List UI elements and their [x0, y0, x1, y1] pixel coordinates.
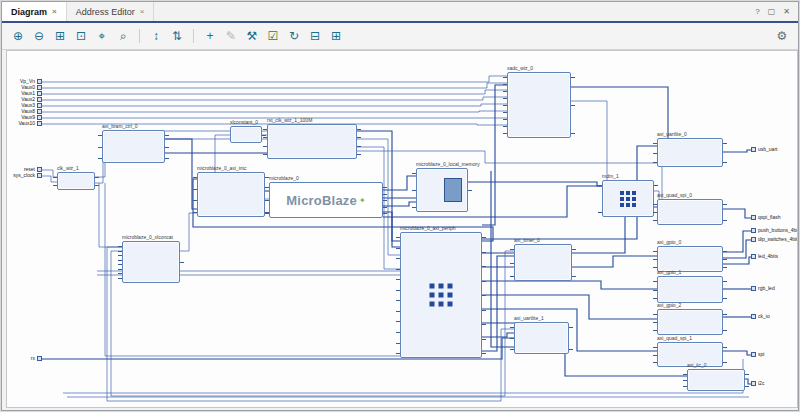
block-microblaze_0[interactable]: microblaze_0MicroBlaze✦ — [269, 182, 383, 218]
port-push_buttons_4bits[interactable]: push_buttons_4bits — [751, 227, 798, 233]
port-Vaux10[interactable]: Vaux10 — [7, 120, 42, 126]
wire[interactable] — [723, 240, 752, 258]
port-i2c[interactable]: i2c — [751, 380, 764, 386]
wire[interactable] — [482, 295, 657, 319]
block-body[interactable] — [687, 369, 745, 391]
zoom-out-icon[interactable]: ⊖ — [30, 27, 48, 45]
port-rgb_led[interactable]: rgb_led — [751, 285, 775, 291]
port-usb_uart[interactable]: usb_uart — [751, 146, 777, 152]
port-sys_clock[interactable]: sys_clock — [7, 172, 42, 178]
block-body[interactable] — [122, 241, 180, 283]
close-icon[interactable]: × — [140, 8, 145, 16]
block-axi_bram_ctrl_0[interactable]: axi_bram_ctrl_0 — [102, 130, 165, 163]
zoom-in-icon[interactable]: ⊕ — [9, 27, 27, 45]
wire[interactable] — [571, 101, 607, 180]
expand-collapse-icon[interactable]: ⇅ — [168, 27, 186, 45]
wire[interactable] — [723, 351, 752, 355]
block-body[interactable] — [400, 232, 482, 358]
block-pin — [510, 263, 514, 264]
block-body[interactable] — [657, 276, 723, 303]
port-ck_io[interactable]: ck_io — [751, 313, 770, 319]
help-icon[interactable]: ? — [755, 7, 759, 16]
close-icon[interactable]: × — [52, 8, 57, 16]
customize-block-icon[interactable]: ⚒ — [243, 27, 261, 45]
block-microblaze_0_local_memory[interactable]: microblaze_0_local_memory — [416, 168, 468, 212]
block-xadc_wiz_0[interactable]: xadc_wiz_0 — [507, 72, 571, 138]
diagram-canvas[interactable]: xadc_wiz_0xlconstant_0rst_clk_wiz_1_100M… — [6, 50, 798, 408]
block-body[interactable] — [602, 180, 654, 217]
block-mdm_1[interactable]: mdm_1 — [602, 180, 654, 217]
block-body[interactable] — [507, 72, 571, 138]
block-body[interactable]: MicroBlaze✦ — [269, 182, 383, 218]
wire[interactable] — [468, 182, 602, 186]
close-window-icon[interactable]: ✕ — [783, 7, 790, 16]
block-body[interactable] — [657, 199, 723, 225]
block-body[interactable] — [416, 168, 468, 212]
block-microblaze_0_axi_periph[interactable]: microblaze_0_axi_periph — [400, 232, 482, 358]
block-axi_uartlite_1[interactable]: axi_uartlite_1 — [514, 322, 569, 354]
port-qspi_flash[interactable]: qspi_flash — [751, 214, 781, 220]
block-rst_clk_wiz_1_100M[interactable]: rst_clk_wiz_1_100M — [267, 124, 357, 159]
block-microblaze_0_axi_intc[interactable]: microblaze_0_axi_intc — [197, 172, 265, 217]
block-axi_gpio_1[interactable]: axi_gpio_1 — [657, 276, 723, 303]
block-clk_wiz_1[interactable]: clk_wiz_1 — [57, 172, 95, 190]
block-pin — [653, 204, 657, 205]
zoom-to-selection-icon[interactable]: ⊡ — [72, 27, 90, 45]
block-pin — [193, 212, 197, 213]
port-led_4bits[interactable]: led_4bits — [751, 253, 778, 259]
block-body[interactable] — [102, 130, 165, 163]
wire[interactable] — [42, 90, 507, 94]
block-axi_quad_spi_0[interactable]: axi_quad_spi_0 — [657, 199, 723, 225]
zoom-fit-icon[interactable]: ⊞ — [51, 27, 69, 45]
center-view-icon[interactable]: ⌖ — [93, 27, 111, 45]
block-body[interactable] — [57, 172, 95, 190]
wire[interactable] — [180, 213, 197, 251]
wire[interactable] — [482, 333, 514, 337]
wire[interactable] — [723, 209, 752, 218]
float-window-icon[interactable]: ▢ — [768, 7, 776, 16]
block-xlconstant_0[interactable]: xlconstant_0 — [230, 126, 262, 143]
tab-diagram[interactable]: Diagram × — [2, 2, 67, 21]
port-rx[interactable]: rx — [7, 355, 42, 361]
wire[interactable] — [723, 150, 752, 152]
autofit-levels-icon[interactable]: ↕ — [147, 27, 165, 45]
wire[interactable] — [42, 111, 507, 112]
tab-address-editor[interactable]: Address Editor × — [67, 2, 155, 21]
wire[interactable] — [482, 309, 657, 351]
block-label: axi_uartlite_1 — [514, 315, 544, 321]
wire[interactable] — [99, 183, 122, 247]
block-body[interactable] — [657, 138, 723, 167]
wire[interactable] — [165, 139, 197, 209]
block-axi_uartlite_0[interactable]: axi_uartlite_0 — [657, 138, 723, 167]
block-body[interactable] — [267, 124, 357, 159]
block-axi_iic_0[interactable]: axi_iic_0 — [687, 369, 745, 391]
settings-icon[interactable]: ⚙ — [773, 27, 791, 45]
block-pin — [165, 135, 169, 136]
port-spi[interactable]: spi — [751, 351, 764, 357]
block-body[interactable] — [514, 244, 572, 281]
wire[interactable] — [482, 281, 657, 289]
wire[interactable] — [723, 231, 752, 252]
block-axi_gpio_2[interactable]: axi_gpio_2 — [657, 309, 723, 335]
regenerate-layout-icon[interactable]: ↻ — [285, 27, 303, 45]
block-body[interactable] — [514, 322, 569, 354]
block-body[interactable] — [230, 126, 262, 143]
wire[interactable] — [42, 104, 507, 106]
add-ip-icon[interactable]: + — [201, 27, 219, 45]
wire[interactable] — [42, 83, 507, 88]
validate-design-icon[interactable]: ☑ — [264, 27, 282, 45]
port-pin-icon — [37, 115, 42, 120]
wire[interactable] — [571, 87, 668, 138]
collapse-interfaces-icon[interactable]: ⊟ — [306, 27, 324, 45]
search-icon[interactable]: ⌕ — [114, 27, 132, 45]
expand-interfaces-icon[interactable]: ⊞ — [327, 27, 345, 45]
port-dip_switches_4bits[interactable]: dip_switches_4bits — [751, 236, 798, 242]
wire[interactable] — [42, 76, 507, 82]
block-microblaze_0_xlconcat[interactable]: microblaze_0_xlconcat — [122, 241, 180, 283]
wire[interactable] — [42, 97, 507, 100]
block-axi_timer_0[interactable]: axi_timer_0 — [514, 244, 572, 281]
block-body[interactable] — [197, 172, 265, 217]
block-pin — [653, 143, 657, 144]
wire[interactable] — [482, 85, 507, 225]
block-body[interactable] — [657, 309, 723, 335]
